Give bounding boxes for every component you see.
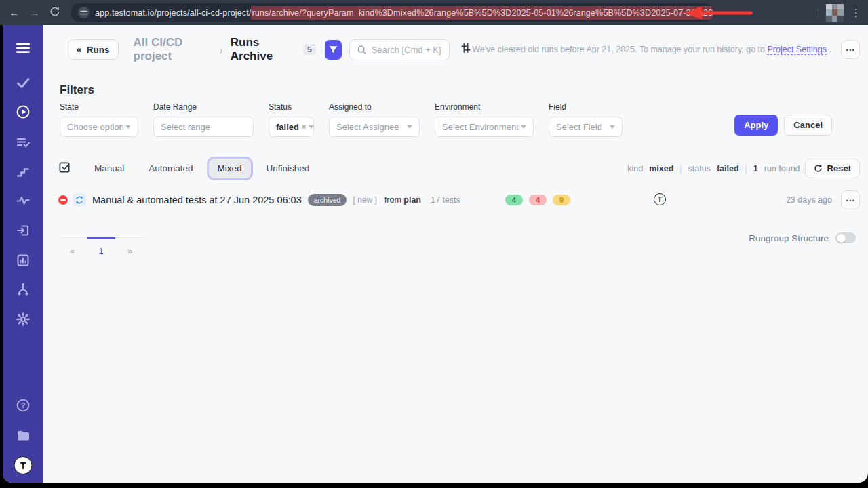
- filter-field-state: State Choose option: [60, 102, 138, 137]
- filter-summary: kindmixed | statusfailed | 1run found: [627, 164, 800, 174]
- gear-icon[interactable]: [16, 312, 31, 329]
- chevron-down-icon: [125, 125, 131, 129]
- filter-field-environment: Environment Select Environment: [435, 102, 534, 137]
- filter-toggle-button[interactable]: [325, 40, 342, 60]
- checklist-icon[interactable]: [58, 161, 71, 176]
- check-icon[interactable]: [16, 75, 31, 93]
- environment-select[interactable]: Select Environment: [435, 117, 534, 137]
- search-icon: [357, 45, 367, 55]
- url-text: app.testomat.io/projects/all-ci-cd-proje…: [95, 8, 713, 18]
- state-select[interactable]: Choose option: [60, 117, 138, 137]
- failed-pill: 4: [529, 195, 547, 205]
- testomat-run-icon: T: [654, 193, 666, 205]
- pagination-next[interactable]: »: [115, 237, 144, 256]
- tabs-row: Manual Automated Mixed Unfinished kindmi…: [58, 158, 860, 179]
- date-range-input[interactable]: Select range: [153, 117, 254, 137]
- double-chevron-left-icon: «: [77, 44, 82, 55]
- rungroup-structure-label: Rungroup Structure: [749, 233, 829, 243]
- topbar: « Runs All CI/CD project › Runs Archive …: [68, 39, 860, 60]
- sign-in-icon[interactable]: [16, 223, 31, 241]
- skipped-pill: 9: [553, 195, 570, 205]
- field-select[interactable]: Select Field: [549, 117, 623, 137]
- chevron-down-icon: [407, 125, 412, 129]
- folder-icon[interactable]: [16, 428, 31, 445]
- search-placeholder: Search [Cmd + K]: [372, 45, 441, 55]
- runs-back-button[interactable]: « Runs: [68, 39, 119, 60]
- back-arrow-icon[interactable]: ←: [4, 7, 24, 19]
- run-more-button[interactable]: ⋯: [841, 190, 860, 209]
- new-badge: [ new ]: [353, 195, 376, 205]
- archived-badge: archived: [308, 194, 347, 206]
- cycle-icon: [73, 193, 86, 207]
- rungroup-structure: Rungroup Structure: [749, 232, 856, 243]
- filters-title: Filters: [60, 83, 94, 97]
- svg-text:?: ?: [21, 401, 26, 409]
- chevron-down-icon: [521, 125, 526, 129]
- filter-field-status: Status failed×: [269, 102, 314, 137]
- url-selected-text: runs/archive/?queryParam=kind%3Dmixed%26…: [251, 6, 713, 20]
- pagination-prev[interactable]: «: [58, 237, 87, 256]
- reload-icon[interactable]: [45, 6, 65, 20]
- chevron-down-icon: [610, 125, 615, 129]
- funnel-icon: [328, 45, 338, 55]
- filter-field-field: Field Select Field: [549, 102, 623, 137]
- app-window: ? T « Runs All CI/CD project › Runs Arch…: [3, 25, 868, 483]
- result-pills: 4 4 9: [505, 195, 570, 205]
- help-icon[interactable]: ?: [16, 398, 31, 415]
- logo-icon[interactable]: T: [14, 456, 33, 474]
- rungroup-structure-toggle[interactable]: [835, 232, 856, 243]
- tests-count: 17 tests: [431, 195, 460, 205]
- from-plan-label: from plan: [384, 195, 421, 205]
- project-settings-link[interactable]: Project Settings: [767, 45, 827, 55]
- pagination-page-1[interactable]: 1: [87, 237, 116, 256]
- reset-button[interactable]: Reset: [805, 159, 860, 178]
- tab-unfinished[interactable]: Unfinished: [258, 159, 319, 178]
- kebab-menu-icon[interactable]: ⋮: [851, 7, 861, 18]
- tab-manual[interactable]: Manual: [85, 159, 133, 178]
- filter-field-date-range: Date Range Select range: [153, 102, 254, 137]
- filter-field-assigned-to: Assigned to Select Assignee: [329, 102, 420, 137]
- play-circle-icon[interactable]: [16, 104, 31, 122]
- chrome-divider: [818, 7, 818, 18]
- passed-pill: 4: [505, 195, 523, 205]
- status-value: failed: [717, 164, 739, 174]
- tab-mixed[interactable]: Mixed: [209, 159, 251, 178]
- pulse-icon[interactable]: [16, 193, 31, 211]
- notice-text: We've cleared old runs before Apr 21, 20…: [472, 45, 831, 54]
- tune-icon[interactable]: [460, 42, 472, 57]
- site-settings-icon[interactable]: [78, 7, 90, 18]
- bar-chart-icon[interactable]: [16, 253, 31, 270]
- runs-count-badge: 5: [303, 44, 315, 55]
- annotation-arrow: [684, 5, 755, 21]
- profile-avatar[interactable]: [826, 4, 844, 22]
- tab-automated[interactable]: Automated: [140, 159, 201, 178]
- cancel-button[interactable]: Cancel: [784, 115, 832, 136]
- search-input[interactable]: Search [Cmd + K]: [349, 39, 450, 60]
- remove-status-icon[interactable]: ×: [302, 123, 306, 131]
- breadcrumb-separator: ›: [220, 44, 223, 56]
- hamburger-icon[interactable]: [16, 41, 31, 58]
- header-more-button[interactable]: ⋯: [841, 40, 860, 59]
- main-content: « Runs All CI/CD project › Runs Archive …: [43, 25, 868, 483]
- filter-fields: State Choose option Date Range Select ra…: [60, 102, 623, 137]
- address-bar[interactable]: app.testomat.io/projects/all-ci-cd-proje…: [71, 3, 713, 22]
- filter-actions: Apply Cancel: [734, 115, 832, 136]
- toggle-knob: [837, 234, 846, 243]
- forward-arrow-icon[interactable]: →: [24, 7, 45, 19]
- refresh-icon: [814, 164, 823, 173]
- breadcrumb-page-title: Runs Archive: [231, 36, 294, 63]
- steps-icon[interactable]: [16, 164, 31, 182]
- pagination: « 1 »: [58, 237, 144, 256]
- assignee-select[interactable]: Select Assignee: [329, 117, 420, 137]
- kind-value: mixed: [649, 164, 673, 174]
- sidebar: ? T: [3, 25, 43, 483]
- run-title[interactable]: Manual & automated tests at 27 Jun 2025 …: [92, 195, 302, 205]
- status-select[interactable]: failed×: [269, 117, 314, 137]
- breadcrumb-project[interactable]: All CI/CD project: [134, 36, 212, 63]
- run-count: 1: [753, 164, 758, 174]
- list-check-icon[interactable]: [16, 135, 31, 152]
- run-row[interactable]: Manual & automated tests at 27 Jun 2025 …: [58, 190, 860, 210]
- failed-status-icon: [58, 195, 68, 205]
- apply-button[interactable]: Apply: [734, 115, 778, 136]
- branch-icon[interactable]: [16, 282, 31, 300]
